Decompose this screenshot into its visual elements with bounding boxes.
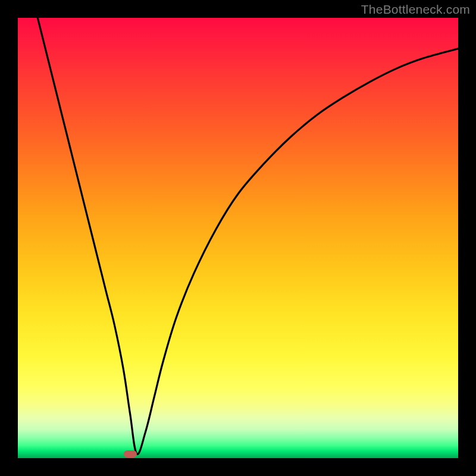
chart-frame: TheBottleneck.com bbox=[0, 0, 476, 476]
attribution-text: TheBottleneck.com bbox=[361, 2, 470, 17]
curve-layer bbox=[18, 18, 458, 458]
plot-area bbox=[18, 18, 458, 458]
optimal-point-marker bbox=[124, 450, 137, 458]
bottleneck-curve bbox=[37, 18, 458, 454]
